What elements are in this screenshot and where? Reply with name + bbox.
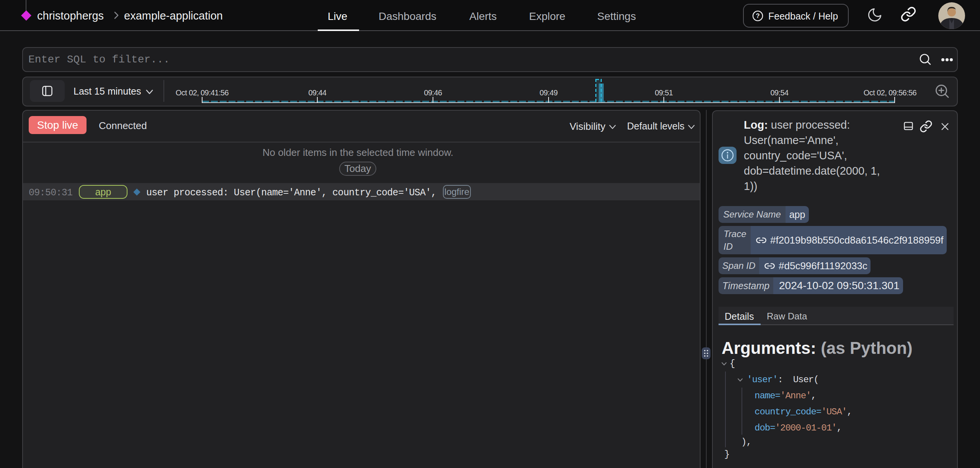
svg-text:?: ?: [756, 12, 760, 19]
